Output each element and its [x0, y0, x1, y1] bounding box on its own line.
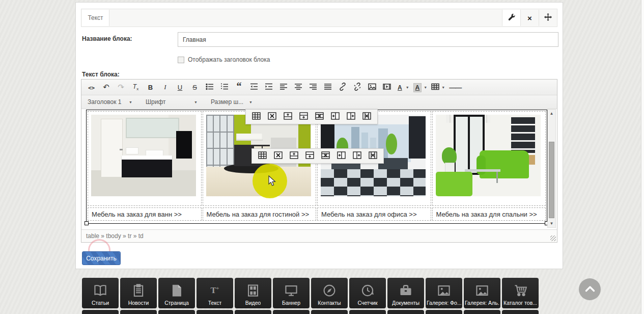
- page-scrollbar-track[interactable]: [641, 0, 644, 314]
- undo-button[interactable]: ↶: [101, 81, 111, 93]
- add-block-button-галереяаль[interactable]: Галерея: Аль...: [464, 278, 500, 308]
- insert-col-after-button[interactable]: [343, 111, 359, 122]
- redo-button[interactable]: ↷: [116, 81, 126, 93]
- delete-col-button[interactable]: [359, 111, 375, 122]
- align-center-icon: [294, 83, 302, 92]
- add-block-button-partial[interactable]: [120, 310, 157, 314]
- furniture-link[interactable]: Мебель на заказ для ванн >>: [92, 211, 182, 218]
- table-properties-button[interactable]: [248, 111, 264, 122]
- insert-row-above-button[interactable]: [286, 150, 302, 162]
- add-block-button-partial[interactable]: [311, 310, 348, 314]
- font-size-dropdown[interactable]: Размер ш...▼: [211, 98, 253, 106]
- show-title-checkbox[interactable]: [178, 57, 184, 63]
- add-block-button-новости[interactable]: Новости: [120, 278, 157, 308]
- delete-col-button[interactable]: [365, 150, 381, 162]
- table-cell-link[interactable]: Мебель на заказ для ванн >>: [88, 207, 202, 221]
- bathroom-furniture-image[interactable]: [91, 115, 196, 196]
- table-cell-link[interactable]: Мебель на заказ для спальни >>: [432, 207, 546, 221]
- add-block-button-partial[interactable]: [426, 310, 462, 314]
- image-button[interactable]: [367, 81, 377, 93]
- add-block-button-документы[interactable]: Документы: [387, 278, 424, 308]
- delete-block-button[interactable]: ×: [520, 10, 539, 26]
- table-cell-link[interactable]: Мебель на заказ для офиса >>: [317, 207, 431, 221]
- settings-wrench-button[interactable]: [502, 10, 520, 26]
- add-block-button-partial[interactable]: [502, 310, 539, 314]
- insert-col-after-button[interactable]: [349, 150, 365, 162]
- add-block-button-partial[interactable]: [158, 310, 195, 314]
- block-name-input[interactable]: [178, 32, 558, 47]
- add-block-button-каталогтов[interactable]: Каталог тов...: [502, 278, 539, 308]
- align-left-button[interactable]: [278, 81, 289, 93]
- add-block-button-текст[interactable]: T+Текст: [197, 278, 233, 308]
- scroll-up-arrow-icon[interactable]: ▲: [548, 110, 555, 117]
- numbered-list-button[interactable]: [219, 81, 230, 93]
- table-resize-handle[interactable]: [85, 221, 89, 225]
- add-block-button-контакты[interactable]: Контакты: [311, 278, 348, 308]
- insert-row-below-button[interactable]: [302, 150, 318, 162]
- furniture-link[interactable]: Мебель на заказ для гостиной >>: [207, 211, 310, 218]
- add-block-button-partial[interactable]: [349, 310, 386, 314]
- backcolor-button[interactable]: A▼: [413, 81, 428, 93]
- clear-format-button[interactable]: Tx: [130, 81, 141, 93]
- scrollbar-thumb[interactable]: [549, 142, 554, 218]
- table-cell-image[interactable]: [88, 111, 202, 206]
- add-block-button-partial[interactable]: [464, 310, 500, 314]
- indent-button[interactable]: [263, 81, 274, 93]
- outdent-button[interactable]: [248, 81, 259, 93]
- strikethrough-button[interactable]: S: [189, 81, 200, 93]
- scroll-down-arrow-icon[interactable]: ▼: [548, 220, 555, 227]
- delete-row-button[interactable]: [312, 111, 327, 122]
- add-block-button-баннер[interactable]: Баннер: [273, 278, 310, 308]
- add-block-button-partial[interactable]: [82, 310, 119, 314]
- content-table[interactable]: Мебель на заказ для ванн >>Мебель на зак…: [86, 110, 547, 224]
- justify-button[interactable]: [322, 81, 333, 93]
- align-center-button[interactable]: [293, 81, 303, 93]
- editor-content-area[interactable]: Мебель на заказ для ванн >>Мебель на зак…: [81, 109, 557, 229]
- insert-row-above-button[interactable]: [280, 111, 296, 122]
- unlink-button[interactable]: [352, 81, 362, 93]
- link-button[interactable]: [337, 81, 348, 93]
- add-block-button-галереяфо[interactable]: Галерея: Фо...: [426, 278, 462, 308]
- underline-button[interactable]: U: [175, 81, 185, 93]
- source-code-button[interactable]: <>: [86, 81, 97, 93]
- media-button[interactable]: [381, 81, 392, 93]
- furniture-link[interactable]: Мебель на заказ для спальни >>: [436, 211, 537, 218]
- add-block-button-страница[interactable]: Страница: [158, 278, 195, 308]
- table-cell-link[interactable]: Мебель на заказ для гостиной >>: [203, 207, 317, 221]
- delete-row-button[interactable]: [318, 150, 333, 162]
- add-block-button-счетчик[interactable]: Счетчик: [349, 278, 386, 308]
- editor-resize-grip[interactable]: [550, 236, 556, 241]
- add-block-button-видео[interactable]: Видео: [235, 278, 271, 308]
- add-block-button-partial[interactable]: [273, 310, 310, 314]
- add-block-button-partial[interactable]: [235, 310, 271, 314]
- editor-scrollbar[interactable]: ▲ ▼: [547, 109, 556, 228]
- italic-button[interactable]: I: [160, 81, 171, 93]
- delete-table-button[interactable]: [264, 111, 280, 122]
- insert-col-before-button[interactable]: [333, 150, 349, 162]
- move-block-button[interactable]: [539, 10, 557, 26]
- insert-col-before-button[interactable]: [327, 111, 343, 122]
- furniture-link[interactable]: Мебель на заказ для офиса >>: [321, 211, 417, 218]
- horizontal-rule-button[interactable]: ——: [449, 81, 461, 93]
- delete-col-icon: [362, 112, 371, 122]
- add-block-button-статьи[interactable]: Статьи: [82, 278, 119, 308]
- delete-table-button[interactable]: [270, 150, 286, 162]
- table-button[interactable]: ▼: [431, 81, 445, 93]
- forecolor-icon: A: [396, 84, 404, 91]
- format-dropdown[interactable]: Заголовок 1▼: [88, 98, 132, 106]
- blockquote-button[interactable]: “: [234, 81, 244, 93]
- bold-button[interactable]: B: [145, 81, 156, 93]
- font-dropdown[interactable]: Шрифт▼: [146, 98, 198, 106]
- scroll-to-top-button[interactable]: [579, 278, 601, 300]
- tab-text[interactable]: Текст: [82, 10, 109, 26]
- save-button[interactable]: Сохранить: [82, 251, 121, 265]
- add-block-button-partial[interactable]: [387, 310, 424, 314]
- bedroom-furniture-image[interactable]: [436, 115, 541, 196]
- align-right-button[interactable]: [307, 81, 318, 93]
- table-properties-button[interactable]: [255, 150, 270, 162]
- add-block-button-partial[interactable]: [197, 310, 233, 314]
- forecolor-button[interactable]: A▼: [396, 81, 409, 93]
- insert-row-below-button[interactable]: [296, 111, 312, 122]
- table-cell-image[interactable]: [432, 111, 546, 206]
- bullet-list-button[interactable]: [204, 81, 215, 93]
